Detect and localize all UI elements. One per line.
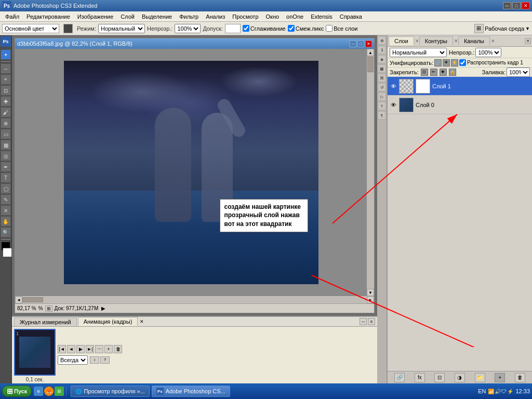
panel-options-btn[interactable]: ≡: [368, 318, 375, 325]
eraser-tool[interactable]: ▭: [1, 129, 11, 139]
scroll-up-button[interactable]: ▲: [367, 49, 374, 56]
menu-file[interactable]: Файл: [2, 12, 22, 21]
volume-icon[interactable]: 🔊: [495, 389, 501, 394]
eyedropper-tool[interactable]: ✕: [1, 205, 11, 216]
h-scroll-thumb[interactable]: [22, 297, 43, 302]
next-frame-btn[interactable]: ►|: [86, 345, 94, 353]
menu-extensis[interactable]: Extensis: [308, 12, 336, 21]
move-tool[interactable]: ↔: [1, 63, 11, 74]
scroll-track[interactable]: [367, 56, 374, 289]
convert-btn[interactable]: ↕: [90, 356, 99, 364]
opacity-select[interactable]: 100%: [175, 24, 201, 33]
dodge-tool[interactable]: ◎: [1, 151, 11, 161]
notes-tool[interactable]: ✎: [1, 194, 11, 205]
menu-image[interactable]: Изображение: [74, 12, 116, 21]
play-btn[interactable]: ▶: [76, 345, 85, 353]
history-btn[interactable]: ↺: [378, 83, 386, 91]
h-scroll-track[interactable]: [22, 297, 367, 303]
ie-icon[interactable]: e: [34, 387, 43, 396]
doc-minimize[interactable]: ─: [350, 41, 356, 47]
help-btn[interactable]: ?: [100, 356, 110, 364]
scroll-left-button[interactable]: ◄: [15, 296, 22, 303]
clone-tool[interactable]: ⊕: [1, 118, 11, 128]
blend-mode-select[interactable]: Нормальный: [390, 48, 447, 57]
healing-tool[interactable]: ✚: [1, 96, 11, 107]
shape-tool[interactable]: ▢: [1, 183, 11, 194]
unify-position-icon[interactable]: 🔗: [434, 59, 442, 66]
menu-analyze[interactable]: Анализ: [203, 12, 228, 21]
zoom-icon[interactable]: ⊞: [45, 305, 52, 312]
menu-layer[interactable]: Слой: [117, 12, 138, 21]
lock-position-btn[interactable]: ✚: [440, 69, 447, 76]
zoom-tool[interactable]: 🔍: [1, 227, 11, 237]
nav-arrow[interactable]: ▶: [101, 305, 105, 311]
mode-select[interactable]: Нормальный: [98, 24, 145, 33]
char-btn[interactable]: ¶: [378, 111, 386, 119]
taskbar-photoshop[interactable]: Ps Adobe Photoshop CS...: [152, 385, 230, 397]
windows-icon[interactable]: ⊞: [55, 387, 64, 396]
pen-tool[interactable]: ✒: [1, 162, 11, 172]
background-color[interactable]: [3, 248, 12, 257]
link-layers-btn[interactable]: 🔗: [394, 373, 405, 382]
panel-menu-btn[interactable]: ≡: [525, 38, 531, 44]
menu-select[interactable]: Выделение: [139, 12, 175, 21]
tab-measurement-log[interactable]: Журнал измерений: [14, 317, 77, 326]
menu-help[interactable]: Справка: [337, 12, 365, 21]
scroll-thumb[interactable]: [367, 57, 374, 72]
unify-style-icon[interactable]: ⚡: [451, 59, 458, 66]
tool-preset-select[interactable]: Основной цвет: [2, 24, 59, 33]
menu-filter[interactable]: Фильтр: [176, 12, 202, 21]
tween-btn[interactable]: ⋯: [95, 345, 103, 353]
crop-tool[interactable]: ⊡: [1, 85, 11, 96]
aa-checkbox[interactable]: [243, 25, 249, 32]
add-adjustment-btn[interactable]: ◑: [455, 373, 465, 382]
layer-effects-btn[interactable]: fx: [415, 373, 425, 382]
brush-tool[interactable]: 🖌: [1, 107, 11, 117]
actions-btn[interactable]: ▷: [378, 92, 386, 101]
new-frame-btn[interactable]: +: [104, 345, 113, 353]
hand-tool[interactable]: ✋: [1, 216, 11, 227]
contiguous-checkbox[interactable]: [288, 25, 295, 32]
tab-layers[interactable]: Слои: [389, 36, 414, 45]
prev-frame-btn[interactable]: ◄: [67, 345, 75, 353]
maximize-button[interactable]: □: [512, 2, 521, 9]
menu-onone[interactable]: onOne: [283, 12, 307, 21]
spread-checkbox[interactable]: [459, 59, 466, 66]
delete-layer-btn[interactable]: 🗑: [515, 373, 525, 382]
antivirus-icon[interactable]: 🛡: [501, 389, 507, 394]
tolerance-input[interactable]: 32: [225, 24, 241, 33]
workspace-icon[interactable]: ⊞: [474, 24, 484, 33]
tab-paths-close[interactable]: ✕: [454, 38, 458, 44]
panel-minimize-btn[interactable]: ─: [360, 318, 367, 325]
taskbar-profile-viewer[interactable]: 🌐 Просмотр профиля »...: [71, 385, 149, 397]
tab-paths[interactable]: Контуры: [419, 36, 453, 45]
menu-view[interactable]: Просмотр: [229, 12, 261, 21]
first-frame-btn[interactable]: |◄: [58, 345, 66, 353]
minimize-button[interactable]: ─: [503, 2, 511, 9]
new-group-btn[interactable]: 📁: [475, 373, 485, 382]
nav-btn[interactable]: ⊕: [378, 36, 386, 45]
tab-animation[interactable]: Анимация (кадры): [78, 317, 138, 326]
menu-window[interactable]: Окно: [263, 12, 283, 21]
lock-transparent-btn[interactable]: ⊡: [421, 69, 428, 76]
info-btn[interactable]: ℹ: [378, 46, 386, 54]
magic-wand-tool[interactable]: ✦: [1, 49, 11, 60]
menu-edit[interactable]: Редактирование: [23, 12, 73, 21]
tab-channels-close[interactable]: ✕: [491, 38, 495, 44]
workspace-dropdown[interactable]: ▼: [525, 26, 530, 31]
scroll-down-button[interactable]: ▼: [367, 289, 374, 296]
text-tool[interactable]: T: [1, 172, 11, 183]
lock-all-btn[interactable]: 🔒: [449, 69, 456, 76]
add-mask-btn[interactable]: ⊡: [434, 373, 445, 382]
gradient-tool[interactable]: ▦: [1, 140, 11, 150]
close-panel-btn[interactable]: ✕: [140, 319, 144, 324]
new-layer-btn[interactable]: +: [495, 373, 505, 382]
tools-btn[interactable]: T: [378, 102, 386, 110]
clock[interactable]: 12:33: [515, 388, 530, 394]
close-button[interactable]: ✕: [522, 2, 530, 9]
styles-btn[interactable]: ⌘: [378, 74, 386, 82]
color-btn[interactable]: ◈: [378, 55, 386, 63]
lock-pixels-btn[interactable]: ✏: [430, 69, 437, 76]
delete-frame-btn[interactable]: 🗑: [114, 345, 122, 353]
start-button[interactable]: ⊞ Пуск: [2, 385, 32, 397]
